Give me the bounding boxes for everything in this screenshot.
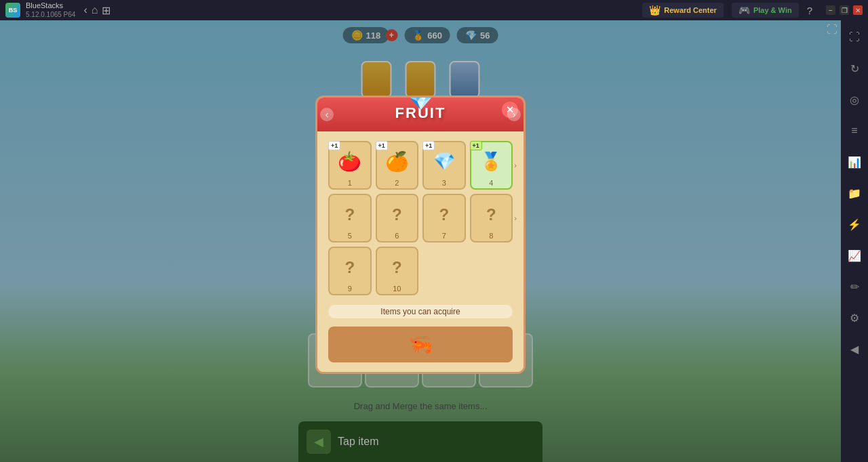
item-cell-3[interactable]: +1 💎 3 bbox=[422, 141, 466, 190]
item-1-icon: 🍅 bbox=[338, 150, 361, 173]
item-cell-4[interactable]: +1 🏅 4 › bbox=[470, 141, 513, 190]
sidebar-edit-icon[interactable]: ✏ bbox=[844, 276, 865, 297]
sidebar-settings-icon[interactable]: ⚙ bbox=[844, 308, 865, 328]
restore-button[interactable]: ❐ bbox=[840, 5, 849, 15]
item-1-icon-area: 🍅 bbox=[334, 146, 366, 177]
item-4-number: 4 bbox=[489, 179, 493, 187]
window-controls: − ❐ ✕ bbox=[826, 5, 863, 15]
minimize-button[interactable]: − bbox=[826, 5, 835, 15]
nav-back-btn[interactable]: ‹ bbox=[83, 4, 87, 17]
sidebar-lightning-icon[interactable]: ⚡ bbox=[844, 214, 865, 234]
item-cell-9[interactable]: ? 9 bbox=[328, 247, 372, 295]
row2-arrow: › bbox=[514, 214, 517, 222]
sidebar-target-icon[interactable]: ◎ bbox=[844, 89, 865, 110]
item-2-icon-area: 🍊 bbox=[381, 146, 412, 177]
right-sidebar: ⛶ ↻ ◎ ≡ 📊 📁 ⚡ 📈 ✏ ⚙ ◀ bbox=[841, 20, 868, 462]
app-name: BlueStacks bbox=[26, 1, 75, 10]
item-3-icon-area: 💎 bbox=[429, 146, 460, 177]
bluestacks-logo: BS bbox=[5, 3, 20, 18]
game-area: ⛶ 🪙 118 + 🥇 660 💎 56 480 480 bbox=[0, 20, 841, 462]
item-cell-8[interactable]: ? 8 › bbox=[470, 194, 513, 243]
acquire-item-area[interactable]: 🦐 bbox=[328, 327, 513, 362]
play-win-icon: 🎮 bbox=[738, 5, 750, 16]
item-cell-5[interactable]: ? 5 bbox=[328, 194, 372, 243]
item-9-icon-area: ? bbox=[334, 252, 366, 283]
item-3-number: 3 bbox=[442, 179, 446, 187]
nav-home-btn[interactable]: ⌂ bbox=[92, 4, 98, 17]
item-10-number: 10 bbox=[393, 285, 401, 293]
sidebar-folder-icon[interactable]: 📁 bbox=[844, 183, 865, 203]
item-7-icon: ? bbox=[439, 205, 449, 224]
titlebar-icons: ? bbox=[807, 5, 812, 16]
sidebar-fullscreen-icon[interactable]: ⛶ bbox=[844, 27, 865, 47]
modal-gem-icon: 💎 bbox=[409, 96, 433, 112]
sidebar-stats-icon[interactable]: 📊 bbox=[844, 152, 865, 172]
play-win-label: Play & Win bbox=[753, 6, 792, 14]
sidebar-chart-icon[interactable]: 📈 bbox=[844, 245, 865, 266]
item-7-number: 7 bbox=[442, 232, 446, 240]
item-cell-10[interactable]: ? 10 bbox=[376, 247, 419, 295]
item-4-icon-area: 🏅 bbox=[475, 146, 507, 177]
modal-nav-right[interactable]: › bbox=[507, 108, 521, 121]
play-win-button[interactable]: 🎮 Play & Win bbox=[732, 3, 799, 18]
row1-arrow: › bbox=[514, 161, 517, 169]
modal-nav-left[interactable]: ‹ bbox=[320, 108, 334, 121]
acquire-item-icon: 🦐 bbox=[409, 333, 433, 356]
modal-overlay: 💎 ✕ ‹ › FRUIT +1 🍅 1 bbox=[0, 20, 841, 462]
help-icon[interactable]: ? bbox=[807, 5, 812, 16]
reward-center-button[interactable]: 👑 Reward Center bbox=[642, 3, 724, 18]
item-2-number: 2 bbox=[395, 179, 399, 187]
item-2-icon: 🍊 bbox=[385, 150, 409, 173]
item-cell-7[interactable]: ? 7 bbox=[422, 194, 466, 243]
item-cell-6[interactable]: ? 6 bbox=[376, 194, 419, 243]
item-1-number: 1 bbox=[348, 179, 352, 187]
acquire-section: Items you can acquire 🦐 bbox=[328, 305, 513, 362]
item-5-icon-area: ? bbox=[334, 199, 366, 230]
sidebar-menu-icon[interactable]: ≡ bbox=[844, 121, 865, 141]
item-9-icon: ? bbox=[344, 258, 355, 277]
sidebar-back-arrow-icon[interactable]: ◀ bbox=[844, 339, 865, 359]
close-button[interactable]: ✕ bbox=[853, 5, 863, 15]
sidebar-rotate-icon[interactable]: ↻ bbox=[844, 58, 865, 79]
item-grid: +1 🍅 1 +1 🍊 2 bbox=[328, 141, 513, 295]
reward-crown-icon: 👑 bbox=[649, 5, 660, 16]
item-5-icon: ? bbox=[344, 205, 355, 224]
titlebar-right: 👑 Reward Center 🎮 Play & Win ? − ❐ ✕ bbox=[642, 3, 863, 18]
modal-header: 💎 ✕ ‹ › FRUIT bbox=[317, 98, 524, 131]
item-2-wrapper: +1 🍊 2 bbox=[376, 141, 419, 190]
item-9-number: 9 bbox=[348, 285, 352, 293]
item-8-icon: ? bbox=[486, 205, 496, 224]
item-cell-1[interactable]: +1 🍅 1 bbox=[328, 141, 372, 190]
item-10-icon: ? bbox=[392, 258, 402, 277]
item-5-number: 5 bbox=[348, 232, 352, 240]
item-3-icon: 💎 bbox=[433, 151, 455, 172]
item-7-icon-area: ? bbox=[429, 199, 460, 230]
item-6-icon: ? bbox=[392, 205, 402, 224]
nav-multi-btn[interactable]: ⊞ bbox=[102, 4, 111, 17]
item-6-number: 6 bbox=[395, 232, 399, 240]
item-6-icon-area: ? bbox=[381, 199, 412, 230]
app-version: 5.12.0.1065 P64 bbox=[26, 11, 75, 19]
nav-buttons: ‹ ⌂ ⊞ bbox=[83, 4, 111, 17]
fruit-modal: 💎 ✕ ‹ › FRUIT +1 🍅 1 bbox=[315, 96, 526, 374]
item-4-icon: 🏅 bbox=[480, 151, 502, 172]
reward-center-label: Reward Center bbox=[664, 6, 717, 14]
acquire-label: Items you can acquire bbox=[328, 305, 513, 318]
titlebar: BS BlueStacks 5.12.0.1065 P64 ‹ ⌂ ⊞ 👑 Re… bbox=[0, 0, 868, 20]
item-8-icon-area: ? bbox=[475, 199, 507, 230]
item-8-number: 8 bbox=[489, 232, 493, 240]
item-10-icon-area: ? bbox=[381, 252, 412, 283]
item-cell-2[interactable]: +1 🍊 2 bbox=[376, 141, 419, 190]
modal-body: +1 🍅 1 +1 🍊 2 bbox=[317, 131, 524, 372]
